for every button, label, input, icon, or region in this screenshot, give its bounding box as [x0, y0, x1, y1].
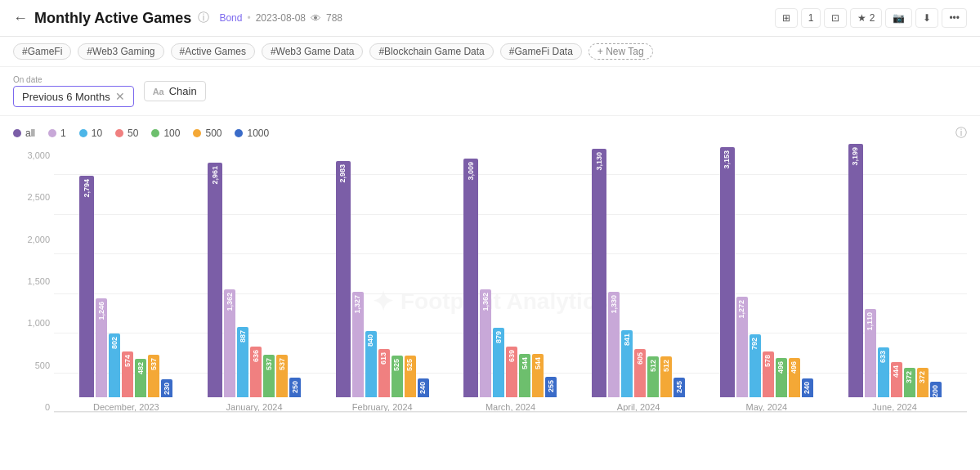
- bar-value-label: 537: [266, 356, 273, 370]
- bar-value-label: 240: [803, 380, 811, 394]
- bar-10: 633: [878, 347, 889, 397]
- month-group: 2,7941,246802574482537230December, 2023: [79, 176, 172, 412]
- bar-10: 802: [109, 333, 120, 397]
- legend-item-1[interactable]: 1: [48, 128, 66, 139]
- legend-dot-1000: [235, 129, 243, 137]
- bar-all: 3,153: [720, 147, 735, 397]
- legend-item-100[interactable]: 100: [151, 128, 180, 139]
- tag-gamefidata[interactable]: #GameFi Data: [500, 43, 582, 60]
- expand-button[interactable]: ⊡: [824, 8, 847, 28]
- bar-value-label: 578: [764, 353, 772, 367]
- chart-info-icon[interactable]: ⓘ: [955, 126, 967, 141]
- bar-all: 2,961: [208, 163, 222, 397]
- bar-1000: 240: [802, 378, 813, 397]
- legend-item-1000[interactable]: 1000: [235, 128, 269, 139]
- bar-value-label: 3,153: [723, 149, 731, 169]
- bar-value-label: 2,983: [339, 163, 347, 183]
- bar-value-label: 525: [393, 357, 401, 371]
- page-header: ← Monthly Active Games ⓘ Bond • 2023-08-…: [0, 0, 980, 37]
- bar-value-label: 1,246: [98, 300, 105, 320]
- tag-activegames[interactable]: #Active Games: [171, 43, 255, 60]
- new-tag-button[interactable]: + New Tag: [588, 43, 653, 60]
- bar-value-label: 639: [508, 348, 516, 362]
- bar-10: 887: [237, 327, 248, 397]
- date-filter-chip[interactable]: Previous 6 Months ✕: [13, 86, 134, 107]
- chart-section: all110501005001000 ⓘ ✦ Footprint Analyti…: [0, 116, 980, 463]
- bar-50: 636: [250, 347, 262, 397]
- chain-filter[interactable]: Aa Chain: [144, 81, 206, 101]
- back-button[interactable]: ←: [13, 10, 28, 27]
- bar-value-label: 1,362: [226, 291, 234, 311]
- bar-value-label: 574: [124, 353, 132, 367]
- bar-value-label: 482: [137, 360, 145, 374]
- header-meta: Bond • 2023-08-08 👁 788: [219, 12, 342, 25]
- legend-label-10: 10: [92, 128, 102, 139]
- bar-500: 496: [789, 358, 800, 397]
- page-title: Monthly Active Games: [34, 10, 191, 27]
- tag-gamefi[interactable]: #GameFi: [13, 43, 71, 60]
- bar-value-label: 537: [279, 356, 286, 370]
- tag-blockchaindata[interactable]: #Blockchain Game Data: [369, 43, 493, 60]
- legend-item-all[interactable]: all: [13, 128, 35, 139]
- bar-1: 1,362: [224, 289, 235, 397]
- bar-value-label: 200: [932, 383, 939, 397]
- bar-1000: 200: [930, 382, 942, 397]
- chart-header: all110501005001000 ⓘ: [13, 126, 967, 141]
- tag-web3gaming[interactable]: #Web3 Gaming: [78, 43, 163, 60]
- date-filter-group: On date Previous 6 Months ✕: [13, 75, 134, 107]
- bar-value-label: 1,327: [354, 293, 361, 314]
- bar-500: 512: [660, 356, 672, 397]
- bar-value-label: 1,272: [738, 298, 745, 319]
- bars-group: 3,1531,272792578496496240: [720, 147, 813, 397]
- bar-value-label: 537: [150, 356, 158, 370]
- more-button[interactable]: •••: [942, 8, 967, 28]
- bar-value-label: 613: [380, 351, 387, 365]
- bar-value-label: 633: [879, 349, 887, 363]
- bar-value-label: 230: [163, 381, 171, 395]
- legend-item-50[interactable]: 50: [115, 128, 138, 139]
- legend-dot-500: [193, 129, 201, 137]
- bars-area: 2,7941,246802574482537230December, 20232…: [54, 150, 967, 412]
- bar-10: 879: [493, 328, 504, 397]
- bar-50: 639: [506, 347, 517, 397]
- version-button[interactable]: 1: [801, 8, 821, 28]
- bar-value-label: 444: [893, 364, 900, 378]
- eye-icon: 👁: [311, 12, 321, 25]
- bar-value-label: 636: [253, 348, 260, 362]
- bars-group: 2,9831,327840613525525240: [336, 161, 429, 397]
- y-axis-label: 2,000: [13, 235, 50, 244]
- bar-50: 578: [763, 351, 774, 397]
- title-info-icon[interactable]: ⓘ: [198, 11, 209, 25]
- bar-value-label: 250: [292, 379, 299, 393]
- bar-500: 372: [917, 368, 929, 397]
- screenshot-button[interactable]: 📷: [885, 8, 912, 28]
- download-button[interactable]: ⬇: [915, 8, 938, 28]
- y-axis-label: 0: [13, 402, 50, 412]
- legend-dot-1: [48, 129, 56, 137]
- y-axis-label: 500: [13, 360, 50, 370]
- date-filter-clear[interactable]: ✕: [115, 90, 125, 103]
- bar-value-label: 1,362: [482, 291, 490, 311]
- tags-row: #GameFi #Web3 Gaming #Active Games #Web3…: [0, 37, 980, 67]
- legend-item-500[interactable]: 500: [193, 128, 222, 139]
- legend-label-1: 1: [60, 128, 66, 139]
- bar-1000: 250: [289, 378, 301, 397]
- chart-legend: all110501005001000: [13, 128, 269, 139]
- bar-value-label: 512: [650, 358, 657, 372]
- bar-value-label: 792: [751, 336, 758, 350]
- month-group: 3,0091,362879639544544255March, 2024: [463, 159, 557, 412]
- y-axis-label: 1,500: [13, 276, 50, 286]
- tag-web3gamedata[interactable]: #Web3 Game Data: [262, 43, 364, 60]
- bar-all: 2,983: [336, 161, 351, 397]
- grid-view-button[interactable]: ⊞: [775, 8, 798, 28]
- bars-group: 3,1991,110633444372372200: [848, 144, 942, 397]
- meta-bond[interactable]: Bond: [219, 12, 242, 24]
- bars-group: 3,1301,330841605512512245: [592, 149, 685, 397]
- bar-500: 525: [405, 356, 416, 397]
- bar-value-label: 3,199: [852, 145, 859, 166]
- legend-dot-10: [79, 129, 87, 137]
- chart-container: ✦ Footprint Analytics 3,0002,5002,0001,5…: [13, 150, 967, 453]
- bars-group: 2,9611,362887636537537250: [208, 163, 301, 397]
- star-button[interactable]: ★ 2: [850, 8, 882, 28]
- legend-item-10[interactable]: 10: [79, 128, 102, 139]
